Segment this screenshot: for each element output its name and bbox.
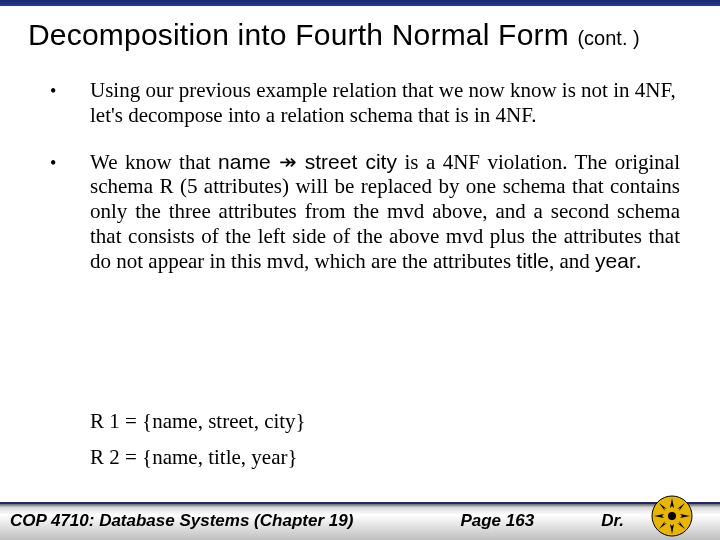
svg-point-1 [668, 512, 676, 520]
attr-title: title [516, 249, 549, 272]
bullet-text: Using our previous example relation that… [90, 78, 680, 128]
footer-course: COP 4710: Database Systems (Chapter 19) [10, 511, 353, 531]
bullet-item: • We know that name ↠ street city is a 4… [50, 150, 680, 274]
text-run: . [636, 249, 641, 273]
title-area: Decomposition into Fourth Normal Form (c… [28, 18, 692, 52]
text-run: , and [549, 249, 595, 273]
footer: COP 4710: Database Systems (Chapter 19) … [0, 492, 720, 540]
ucf-logo-icon [650, 494, 694, 538]
result-r1: R 1 = {name, street, city} [90, 408, 306, 434]
bullet-marker: • [50, 150, 90, 175]
mvd-arrow: ↠ [271, 150, 305, 173]
attr-year: year [595, 249, 636, 272]
bullet-text: We know that name ↠ street city is a 4NF… [90, 150, 680, 274]
slide-title: Decomposition into Fourth Normal Form [28, 18, 577, 51]
bullet-marker: • [50, 78, 90, 103]
body: • Using our previous example relation th… [50, 78, 680, 295]
text-run: We know that [90, 150, 218, 174]
slide-title-cont: (cont. ) [577, 27, 639, 49]
mvd-rhs: street city [305, 150, 397, 173]
footer-page: Page 163 [353, 511, 601, 531]
results: R 1 = {name, street, city} R 2 = {name, … [90, 398, 306, 481]
top-rule [0, 0, 720, 6]
result-r2: R 2 = {name, title, year} [90, 444, 306, 470]
mvd-lhs: name [218, 150, 271, 173]
bullet-item: • Using our previous example relation th… [50, 78, 680, 128]
slide: Decomposition into Fourth Normal Form (c… [0, 0, 720, 540]
footer-text: COP 4710: Database Systems (Chapter 19) … [10, 506, 630, 536]
footer-author: Dr. [601, 511, 630, 531]
